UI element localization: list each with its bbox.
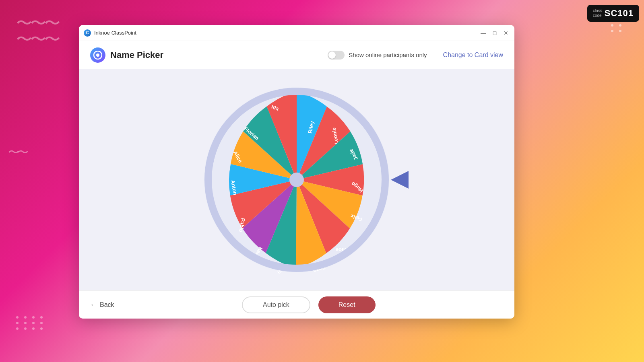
svg-point-1 <box>96 53 99 57</box>
app-logo <box>90 47 105 63</box>
back-label: Back <box>100 301 114 309</box>
app-icon: C <box>84 29 91 37</box>
toggle-group: Show online participants only <box>328 51 427 60</box>
close-button[interactable]: ✕ <box>502 29 510 37</box>
card-view-link[interactable]: Change to Card view <box>443 51 503 59</box>
main-content: Riley Leonie Jade Hugo Felix Chloe Enz <box>79 69 514 290</box>
wheel-svg: Riley Leonie Jade Hugo Felix Chloe Enz <box>200 83 393 276</box>
class-code-badge: classcode SC101 <box>587 5 639 22</box>
name-picker-wheel[interactable]: Riley Leonie Jade Hugo Felix Chloe Enz <box>200 83 393 276</box>
header-bar: Name Picker Show online participants onl… <box>79 41 514 69</box>
title-bar: C Inknoe ClassPoint — □ ✕ <box>79 25 514 41</box>
toggle-label: Show online participants only <box>349 51 427 58</box>
back-arrow-icon: ← <box>90 301 97 309</box>
svg-point-17 <box>289 173 304 187</box>
minimize-button[interactable]: — <box>480 29 487 37</box>
window-controls: — □ ✕ <box>480 29 510 37</box>
online-only-toggle[interactable] <box>328 51 345 60</box>
auto-pick-button[interactable]: Auto pick <box>242 296 310 313</box>
maximize-button[interactable]: □ <box>491 29 498 37</box>
dots-decoration-bl <box>16 316 45 330</box>
class-code-label: classcode <box>593 8 602 18</box>
page-title: Name Picker <box>110 50 328 60</box>
squiggle-decoration-2: 〜〜〜 <box>16 28 58 50</box>
main-window: C Inknoe ClassPoint — □ ✕ Name Picker Sh… <box>79 25 514 319</box>
dots-decoration-tr <box>611 24 624 32</box>
squiggle-decoration-3: 〜〜 <box>8 145 27 160</box>
back-button[interactable]: ← Back <box>90 301 114 309</box>
footer-actions: Auto pick Reset <box>114 296 503 313</box>
footer: ← Back Auto pick Reset <box>79 290 514 319</box>
window-title: Inknoe ClassPoint <box>94 30 480 36</box>
wheel-pointer <box>391 171 409 189</box>
class-code-value: SC101 <box>605 8 634 19</box>
reset-button[interactable]: Reset <box>318 296 376 313</box>
